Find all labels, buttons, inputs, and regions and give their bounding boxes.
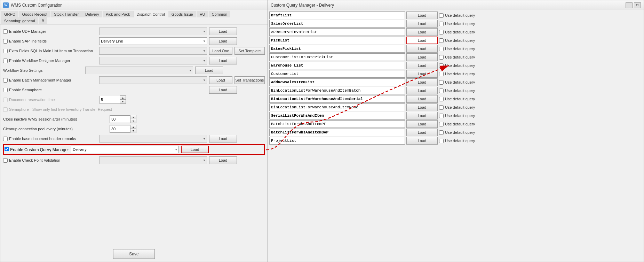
query-default-checkbox-batchlistforwhsanditemsap[interactable] — [439, 130, 444, 135]
workflow-step-load-button[interactable]: Load — [195, 67, 223, 74]
query-default-checkbox-batchlistforwhsanditempf[interactable] — [439, 122, 444, 126]
query-load-warehouselist[interactable]: Load — [406, 62, 438, 69]
query-load-batchlistforwhsanditempf[interactable]: Load — [406, 120, 438, 128]
sap-line-fields-load-button[interactable]: Load — [209, 37, 237, 45]
query-default-checkbox-binlocationserial[interactable] — [439, 97, 444, 101]
query-default-salesorderlist: Use default query — [439, 22, 475, 26]
tab-stock-transfer[interactable]: Stock Transfer — [51, 11, 82, 17]
query-load-batchlistforwhsanditemsap[interactable]: Load — [406, 129, 438, 136]
extra-fields-dropdown[interactable] — [99, 47, 207, 55]
workflow-designer-checkbox[interactable] — [3, 59, 8, 63]
cleanup-pool-down-btn[interactable]: ▼ — [130, 129, 136, 133]
query-default-label-picklist: Use default query — [445, 38, 475, 43]
sap-line-fields-checkbox[interactable] — [3, 39, 8, 44]
query-default-label-projectlist: Use default query — [445, 139, 475, 143]
query-load-binlocationserial[interactable]: Load — [406, 95, 438, 103]
cleanup-pool-input[interactable] — [110, 125, 130, 133]
base-doc-header-load-button[interactable]: Load — [209, 135, 237, 142]
tab-b[interactable]: B — [39, 17, 47, 24]
doc-reservation-up-btn[interactable]: ▲ — [120, 96, 126, 100]
workflow-step-dropdown[interactable] — [85, 67, 193, 74]
tab-common[interactable]: Common — [209, 11, 231, 17]
minimize-button[interactable]: − — [626, 2, 633, 8]
query-default-checkbox-customerlist[interactable] — [439, 72, 444, 76]
query-default-seriallistforwhsanditem: Use default query — [439, 114, 475, 118]
query-row-draftlist: DraftList Load Use default query — [269, 11, 642, 19]
query-load-draftlist[interactable]: Load — [406, 11, 438, 19]
close-inactive-input[interactable] — [110, 115, 130, 123]
semaphore-label: Enable Semaphore — [9, 88, 42, 92]
check-point-dropdown[interactable] — [99, 156, 207, 164]
query-load-addnewsalesitemlist[interactable]: Load — [406, 78, 438, 86]
query-load-datespicklist[interactable]: Load — [406, 45, 438, 53]
query-default-checkbox-projectlist[interactable] — [439, 139, 444, 143]
query-default-checkbox-binlocationnone[interactable] — [439, 105, 444, 110]
base-doc-header-dropdown[interactable] — [99, 135, 207, 142]
query-load-projectlist[interactable]: Load — [406, 137, 438, 145]
maximize-button[interactable]: □ — [634, 2, 641, 8]
query-default-checkbox-warehouselist[interactable] — [439, 63, 444, 68]
cleanup-pool-up-btn[interactable]: ▲ — [130, 125, 136, 129]
tab-goods-issue[interactable]: Goods Issue — [168, 11, 196, 17]
workflow-designer-label: Enable Workflow Designer Manager — [9, 59, 70, 63]
query-default-checkbox-draftlist[interactable] — [439, 13, 444, 18]
tab-scanning[interactable]: Scanning: general — [1, 17, 38, 24]
doc-reservation-label: Document reservation time — [9, 98, 55, 102]
query-load-arreserveinvoicelist[interactable]: Load — [406, 28, 438, 36]
semaphore-row: Enable Semaphore Load — [3, 86, 265, 94]
query-name-customerlistfordatepicklist: CustomerListForDatePickList — [269, 53, 405, 61]
sap-line-fields-dropdown[interactable]: Delivery Line — [99, 37, 207, 45]
tab-pick-pack[interactable]: Pick and Pack — [103, 11, 133, 17]
batch-management-checkbox[interactable] — [3, 78, 8, 83]
tab-dispatch-control[interactable]: Dispatch Control — [134, 11, 168, 17]
workflow-designer-dropdown[interactable] — [99, 57, 207, 64]
base-doc-header-checkbox[interactable] — [3, 137, 8, 141]
query-row-seriallistforwhsanditem: SerialListForWhsAndItem Load Use default… — [269, 112, 642, 120]
query-load-salesorderlist[interactable]: Load — [406, 20, 438, 28]
close-inactive-down-btn[interactable]: ▼ — [130, 119, 136, 123]
query-load-customerlist[interactable]: Load — [406, 70, 438, 78]
query-load-picklist[interactable]: Load — [406, 37, 438, 44]
query-load-binlocationnone[interactable]: Load — [406, 103, 438, 111]
batch-management-dropdown[interactable] — [99, 76, 207, 84]
query-load-customerlistfordatepicklist[interactable]: Load — [406, 53, 438, 61]
query-default-label-binlocationnone: Use default query — [445, 105, 475, 109]
check-point-checkbox[interactable] — [3, 158, 8, 163]
query-default-checkbox-addnewsalesitemlist[interactable] — [439, 80, 444, 85]
doc-reservation-down-btn[interactable]: ▼ — [120, 100, 126, 103]
query-default-checkbox-customerlistfordatepicklist[interactable] — [439, 55, 444, 60]
workflow-designer-load-button[interactable]: Load — [209, 57, 237, 64]
query-default-checkbox-binlocationbatch[interactable] — [439, 88, 444, 93]
query-default-checkbox-salesorderlist[interactable] — [439, 22, 444, 26]
query-load-seriallistforwhsanditem[interactable]: Load — [406, 112, 438, 120]
batch-management-set-transactions-button[interactable]: Set Transactions — [234, 76, 265, 84]
check-point-load-button[interactable]: Load — [209, 156, 237, 164]
semaphore-checkbox[interactable] — [3, 88, 8, 92]
tab-goods-receipt[interactable]: Goods Receipt — [19, 11, 50, 17]
tab-delivery[interactable]: Delivery — [82, 11, 102, 17]
close-inactive-up-btn[interactable]: ▲ — [130, 115, 136, 119]
query-default-checkbox-datespicklist[interactable] — [439, 47, 444, 51]
query-default-customerlistfordatepicklist: Use default query — [439, 55, 475, 60]
custom-query-checkbox[interactable] — [5, 147, 9, 151]
doc-reservation-input[interactable] — [99, 96, 120, 103]
custom-query-dropdown[interactable]: Delivery — [71, 146, 179, 153]
udf-manager-checkbox[interactable] — [3, 29, 8, 34]
query-default-checkbox-arreserveinvoicelist[interactable] — [439, 30, 444, 34]
query-row-picklist: PickList Load Use default query — [269, 37, 642, 44]
query-default-checkbox-seriallistforwhsanditem[interactable] — [439, 114, 444, 118]
udf-manager-dropdown[interactable] — [99, 28, 207, 35]
tab-grpo[interactable]: GRPO — [1, 11, 18, 17]
extra-fields-set-template-button[interactable]: Set Template — [234, 47, 265, 55]
tab-hu[interactable]: HU — [197, 11, 208, 17]
extra-fields-checkbox[interactable] — [3, 49, 8, 53]
query-load-binlocationbatch[interactable]: Load — [406, 87, 438, 94]
query-default-checkbox-picklist[interactable] — [439, 38, 444, 43]
query-name-binlocationbatch: BinLocationListForWarehouseAndItemBatch — [269, 87, 405, 94]
semaphore-load-button[interactable]: Load — [209, 86, 237, 94]
custom-query-load-button[interactable]: Load — [181, 146, 209, 153]
udf-manager-load-button[interactable]: Load — [209, 28, 237, 35]
extra-fields-load-one-button[interactable]: Load One — [209, 47, 232, 55]
batch-management-load-button[interactable]: Load — [209, 76, 232, 84]
save-button[interactable]: Save — [113, 249, 155, 259]
